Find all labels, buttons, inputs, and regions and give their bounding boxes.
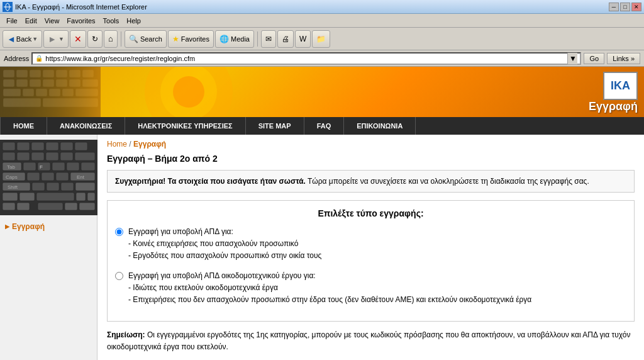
note-text: Οι εγγεγραμμένοι εργοδότες της 1ης κατηγ… [107, 330, 630, 351]
reg-option-1-radio[interactable] [115, 228, 123, 236]
back-button[interactable]: ◄ Back ▼ [3, 30, 42, 48]
back-dropdown-icon: ▼ [32, 36, 38, 42]
back-arrow-icon: ◄ [7, 34, 16, 44]
svg-rect-31 [3, 142, 15, 150]
svg-rect-70 [17, 203, 30, 210]
home-button[interactable]: ⌂ [104, 30, 118, 48]
svg-text:Caps: Caps [6, 174, 18, 180]
print-icon: 🖨 [282, 35, 289, 43]
minimize-button[interactable]: ─ [609, 3, 619, 11]
edit-icon: W [299, 35, 306, 43]
media-icon: 🌐 [219, 35, 229, 43]
menu-help[interactable]: Help [123, 16, 145, 26]
back-label: Back [16, 35, 31, 43]
main-content: Home / Εγγραφή Εγγραφή – Βήμα 2ο από 2 Σ… [97, 135, 644, 360]
ie-icon [3, 2, 13, 12]
address-input[interactable] [45, 55, 565, 62]
svg-rect-68 [87, 193, 95, 201]
menu-view[interactable]: View [41, 16, 64, 26]
svg-rect-37 [3, 152, 15, 160]
registration-options-box: Επιλέξτε τύπο εγγραφής: Εγγραφή για υποβ… [107, 200, 635, 322]
success-rest: Τώρα μπορείτε να συνεχίσετε και να ολοκλ… [306, 177, 589, 186]
nav-sitemap[interactable]: SITE MAP [246, 117, 304, 135]
note-label: Σημείωση: [107, 330, 145, 339]
reg-option-2-radio[interactable] [115, 272, 123, 280]
close-button[interactable]: ✕ [631, 3, 641, 11]
svg-rect-41 [60, 152, 73, 160]
links-button[interactable]: Links » [607, 53, 640, 64]
breadcrumb-home[interactable]: Home [107, 140, 127, 149]
svg-rect-49 [67, 162, 79, 171]
svg-rect-35 [60, 142, 73, 150]
menu-favorites[interactable]: Favorites [63, 16, 99, 26]
stop-button[interactable]: ✕ [70, 30, 86, 48]
page-banner: ΙΚΑ Εγγραφή [0, 67, 644, 117]
svg-point-29 [173, 76, 204, 108]
nav-home[interactable]: HOME [0, 117, 47, 135]
menu-file[interactable]: File [3, 16, 21, 26]
svg-rect-34 [46, 142, 58, 150]
note-box: Σημείωση: Οι εγγεγραμμένοι εργοδότες της… [107, 329, 635, 353]
home-icon: ⌂ [108, 34, 113, 43]
window-controls: ─ □ ✕ [609, 3, 641, 11]
nav-services[interactable]: ΗΛΕΚΤΡΟΝΙΚΕΣ ΥΠΗΡΕΣΙΕΣ [125, 117, 245, 135]
svg-rect-71 [38, 203, 63, 210]
maximize-button[interactable]: □ [620, 3, 630, 11]
address-bar[interactable]: 🔒 ▼ [31, 52, 581, 65]
svg-text:Shift: Shift [8, 184, 18, 190]
separator1 [121, 31, 121, 47]
page-title: Εγγραφή – Βήμα 2ο από 2 [107, 154, 635, 164]
go-button[interactable]: Go [584, 53, 604, 64]
menubar: File Edit View Favorites Tools Help [0, 14, 644, 28]
reg-option-1: Εγγραφή για υποβολή ΑΠΔ για: - Κοινές επ… [115, 226, 626, 262]
refresh-icon: ↻ [92, 35, 98, 43]
breadcrumb: Home / Εγγραφή [107, 140, 635, 149]
nav-faq[interactable]: FAQ [304, 117, 345, 135]
mail-button[interactable]: ✉ [261, 30, 276, 48]
secure-icon: 🔒 [35, 55, 43, 62]
svg-rect-38 [17, 152, 30, 160]
svg-rect-53 [27, 172, 40, 181]
media-label: Media [231, 35, 250, 43]
print-button[interactable]: 🖨 [277, 30, 294, 48]
refresh-button[interactable]: ↻ [87, 30, 103, 48]
forward-button[interactable]: ► ▼ [43, 30, 69, 48]
titlebar: ΙΚΑ - Εγγραφή - Microsoft Internet Explo… [0, 0, 644, 14]
favorites-label: Favorites [181, 35, 209, 43]
svg-rect-54 [42, 172, 54, 181]
svg-rect-73 [79, 203, 95, 210]
star-icon: ★ [172, 35, 179, 43]
svg-rect-64 [3, 193, 18, 201]
svg-text:Ent: Ent [77, 174, 85, 180]
breadcrumb-current: Εγγραφή [133, 140, 166, 149]
svg-rect-45 [23, 162, 36, 171]
sidebar-keyboard-image: Tab F Caps Ent Shift [0, 140, 97, 215]
window-title: ΙΚΑ - Εγγραφή - Microsoft Internet Explo… [15, 3, 609, 11]
reg-option-2-text: Εγγραφή για υποβολή ΑΠΔ οικοδομοτεχνικού… [128, 270, 531, 307]
nav-announcements[interactable]: ΑΝΑΚΟΙΝΩΣΕΙΣ [47, 117, 125, 135]
sidebar-navigation: Εγγραφή [0, 215, 97, 238]
folder-button[interactable]: 📁 [312, 30, 330, 48]
svg-rect-40 [46, 152, 58, 160]
content-area: Tab F Caps Ent Shift [0, 135, 644, 360]
svg-rect-61 [47, 183, 59, 191]
forward-arrow-icon: ► [48, 34, 57, 44]
folder-icon: 📁 [316, 35, 326, 43]
svg-text:F: F [40, 164, 43, 170]
favorites-button[interactable]: ★ Favorites [168, 30, 214, 48]
mail-icon: ✉ [265, 35, 272, 43]
svg-rect-39 [31, 152, 44, 160]
menu-edit[interactable]: Edit [21, 16, 41, 26]
address-label: Address [4, 55, 29, 62]
edit-page-button[interactable]: W [295, 30, 311, 48]
address-dropdown[interactable]: ▼ [567, 53, 577, 64]
menu-tools[interactable]: Tools [99, 16, 123, 26]
sidebar: Tab F Caps Ent Shift [0, 135, 97, 360]
svg-rect-62 [61, 183, 74, 191]
search-button[interactable]: 🔍 Search [125, 30, 167, 48]
sidebar-item-registration[interactable]: Εγγραφή [5, 220, 92, 233]
nav-contact[interactable]: ΕΠΙΚΟΙΝΩΝΙΑ [344, 117, 416, 135]
toolbar: ◄ Back ▼ ► ▼ ✕ ↻ ⌂ 🔍 Search ★ Favorites … [0, 28, 644, 50]
success-message: Συγχαριτήρια! Τα στοιχεία που εισάγατε ή… [107, 170, 635, 193]
media-button[interactable]: 🌐 Media [215, 30, 254, 48]
